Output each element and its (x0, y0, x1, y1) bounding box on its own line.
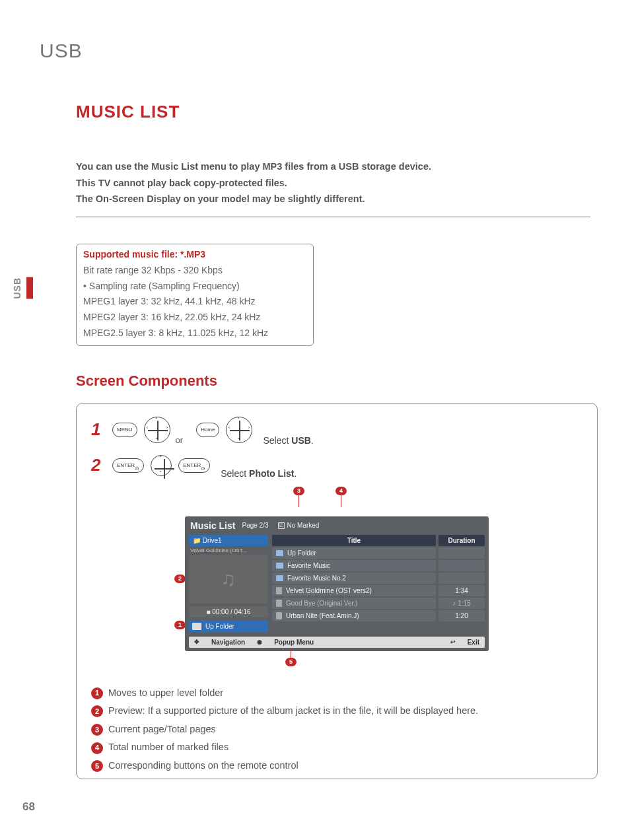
list-item: Velvet Goldmine (OST vers2) 1:34 (272, 585, 485, 596)
folder-icon (276, 563, 283, 569)
usb-word: USB (291, 435, 311, 446)
legend-badge-1: 1 (91, 687, 103, 699)
music-note-icon: ♫ (221, 568, 236, 590)
intro-line: The On-Screen Display on your model may … (76, 191, 590, 207)
supported-heading: Supported music file: *.MP3 (77, 244, 313, 263)
callout-1: 1 (174, 621, 186, 629)
supported-l2: MPEG2 layer 3: 16 kHz, 22.05 kHz, 24 kHz (83, 310, 306, 326)
file-icon (276, 612, 282, 619)
step-2: 2 ENTER⊙ ˄˅ ENTER⊙ Select Photo List. (91, 455, 582, 476)
supported-bitrate: Bit rate range 32 Kbps - 320 Kbps (83, 263, 306, 279)
folder-icon (192, 623, 201, 630)
chapter-title: USB (40, 40, 590, 62)
legend-l4: Total number of marked files (108, 742, 228, 752)
osd-nomarked: ☑ No Marked (278, 522, 320, 529)
legend-l2: Preview: If a supported picture of the a… (108, 705, 478, 716)
callout-3: 3 (293, 487, 304, 495)
list-item: Urban Nite (Feat.Amin.J) 1:20 (272, 610, 485, 621)
pointer (298, 495, 299, 507)
time-bar: ■ 00:00 / 04:16 (189, 606, 268, 617)
supported-box: Supported music file: *.MP3 Bit rate ran… (76, 244, 314, 346)
dpad-icon: ˄˅ (151, 455, 172, 476)
up-folder-left: Up Folder (189, 620, 268, 633)
callout-4: 4 (335, 487, 347, 495)
text: . (295, 468, 297, 479)
step1-text: Select USB. (263, 435, 313, 446)
file-icon (276, 600, 282, 607)
or-text: or (176, 435, 184, 445)
legend-badge-3: 3 (91, 724, 103, 736)
legend-l5: Corresponding buttons on the remote cont… (108, 760, 298, 771)
legend-badge-5: 5 (91, 760, 103, 772)
folder-icon (276, 550, 283, 556)
menu-button: MENU (112, 423, 137, 437)
step-number: 1 (91, 419, 106, 440)
text: Select (221, 468, 249, 479)
legend-badge-4: 4 (91, 742, 103, 754)
up-folder-label: Up Folder (205, 623, 234, 630)
subheading: Screen Components (76, 372, 590, 390)
screen-components-box: 1 MENU ˄˅˂˃ or Home ˄˅˂˃ Select USB. 2 E… (76, 403, 598, 779)
callout-2: 2 (174, 575, 186, 583)
osd-screenshot: Music List Page 2/3 ☑ No Marked 📁 Drive1… (185, 516, 489, 651)
page-title: MUSIC LIST (76, 102, 590, 122)
osd-page: Page 2/3 (242, 522, 268, 529)
text: Select (263, 435, 291, 446)
col-duration: Duration (438, 535, 485, 546)
osd-title: Music List (190, 520, 235, 531)
file-icon (276, 587, 282, 594)
preview-caption: Velvet Goldmine (OST... (189, 546, 268, 553)
home-button: Home (196, 423, 219, 437)
supported-l3: MPEG2.5 layer 3: 8 kHz, 11.025 kHz, 12 k… (83, 326, 306, 341)
callout-5: 5 (285, 658, 297, 666)
supported-l1: MPEG1 layer 3: 32 kHz, 44.1 kHz, 48 kHz (83, 294, 306, 310)
intro-line: This TV cannot play back copy-protected … (76, 175, 590, 192)
step-1: 1 MENU ˄˅˂˃ or Home ˄˅˂˃ Select USB. (91, 417, 582, 443)
enter-button: ENTER⊙ (112, 458, 144, 473)
exit-icon: ↩ (450, 639, 456, 645)
page-number: 68 (22, 800, 35, 814)
check-icon: ☑ (278, 522, 285, 529)
step2-text: Select Photo List. (221, 468, 297, 479)
nomarked-label: No Marked (287, 522, 320, 529)
playing-icon: ♪ (452, 600, 456, 607)
intro-block: You can use the Music List menu to play … (76, 158, 590, 207)
nav-icon: ✥ (194, 639, 199, 645)
divider (76, 217, 590, 217)
dpad-icon: ˄˅˂˃ (144, 417, 170, 443)
footer-popup: Popup Menu (274, 639, 314, 646)
folder-icon (276, 575, 283, 581)
supported-sampling-h: • Sampling rate (Sampling Frequency) (83, 279, 306, 295)
list-item: Favorite Music (272, 560, 485, 571)
dpad-icon: ˄˅˂˃ (226, 417, 252, 443)
text: . (311, 435, 314, 446)
dot-icon: ◉ (257, 639, 262, 645)
list-item: Good Bye (Original Ver.) ♪1:15 (272, 598, 485, 609)
legend-l1: Moves to upper level folder (108, 687, 223, 698)
footer-nav: Navigation (211, 639, 245, 646)
legend-badge-2: 2 (91, 705, 103, 717)
step-number: 2 (91, 455, 106, 475)
list-item: Favorite Music No.2 (272, 573, 485, 584)
legend-l3: Current page/Total pages (108, 724, 216, 734)
preview-pane: ♫ (189, 555, 268, 604)
enter-button: ENTER⊙ (178, 458, 210, 473)
drive-label: 📁 Drive1 (189, 535, 268, 546)
footer-exit: Exit (468, 639, 479, 646)
intro-line: You can use the Music List menu to play … (76, 158, 590, 175)
pointer (341, 495, 341, 507)
osd-footer: ✥Navigation ◉Popup Menu ↩Exit (189, 637, 485, 648)
photolist-word: Photo List (249, 468, 294, 479)
list-item: Up Folder (272, 547, 485, 559)
col-title: Title (272, 535, 436, 546)
legend: 1Moves to upper level folder 2Preview: I… (91, 684, 582, 775)
